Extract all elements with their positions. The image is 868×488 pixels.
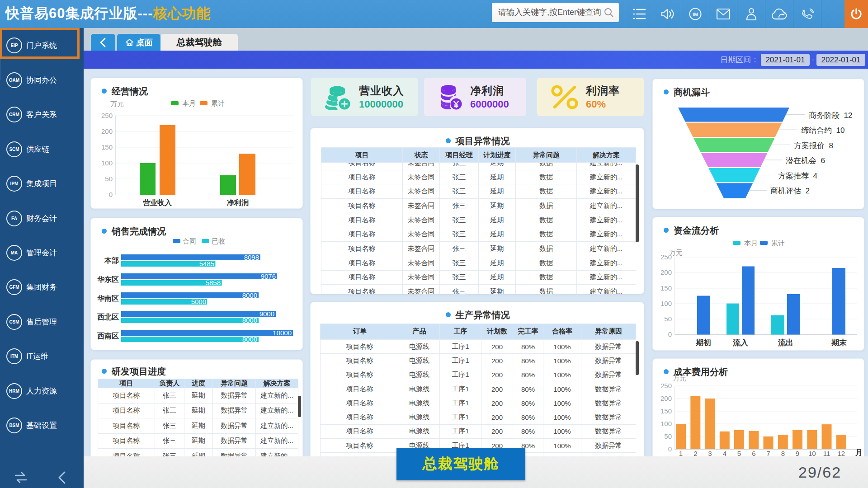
svg-text:5000: 5000 xyxy=(191,298,206,305)
svg-text:0: 0 xyxy=(668,445,672,453)
svg-text:IM: IM xyxy=(692,12,698,17)
svg-text:150: 150 xyxy=(660,284,672,292)
svg-text:营业收入: 营业收入 xyxy=(143,199,172,206)
svg-text:8000: 8000 xyxy=(242,316,257,324)
svg-text:200: 200 xyxy=(101,127,113,135)
svg-text:50: 50 xyxy=(664,315,672,323)
svg-text:50: 50 xyxy=(664,432,672,440)
svg-text:0: 0 xyxy=(109,191,113,198)
svg-text:200: 200 xyxy=(660,268,672,276)
svg-text:已收: 已收 xyxy=(212,237,225,245)
svg-text:100: 100 xyxy=(660,420,672,427)
svg-text:250: 250 xyxy=(660,253,672,261)
svg-text:本部: 本部 xyxy=(104,256,119,264)
svg-text:9000: 9000 xyxy=(259,310,274,318)
svg-text:商机评估 2: 商机评估 2 xyxy=(770,187,810,195)
svg-text:净利润: 净利润 xyxy=(227,199,249,206)
svg-text:华南区: 华南区 xyxy=(97,295,119,302)
svg-text:9076: 9076 xyxy=(261,272,276,280)
svg-text:200: 200 xyxy=(660,394,672,402)
svg-text:100: 100 xyxy=(660,300,672,307)
svg-text:10000: 10000 xyxy=(273,329,292,337)
svg-text:100: 100 xyxy=(101,159,113,167)
svg-text:西南区: 西南区 xyxy=(97,332,119,340)
svg-text:合同: 合同 xyxy=(183,237,196,245)
svg-text:流入: 流入 xyxy=(732,338,749,347)
svg-text:5485: 5485 xyxy=(199,260,214,267)
svg-text:月: 月 xyxy=(855,449,863,456)
svg-text:累计: 累计 xyxy=(771,239,785,247)
svg-text:5858: 5858 xyxy=(206,279,221,286)
svg-text:流出: 流出 xyxy=(778,338,793,347)
svg-text:方案推荐 4: 方案推荐 4 xyxy=(778,172,817,180)
svg-text:本月: 本月 xyxy=(744,239,758,247)
svg-text:期初: 期初 xyxy=(696,338,711,347)
svg-text:万元: 万元 xyxy=(110,100,124,108)
svg-text:潜在机会 6: 潜在机会 6 xyxy=(786,156,825,165)
svg-text:万元: 万元 xyxy=(673,374,686,382)
svg-text:华东区: 华东区 xyxy=(97,275,119,283)
svg-text:250: 250 xyxy=(660,382,672,389)
svg-text:8000: 8000 xyxy=(242,291,257,299)
svg-text:150: 150 xyxy=(101,143,113,151)
svg-text:缔结合约 10: 缔结合约 10 xyxy=(801,126,844,135)
svg-text:0: 0 xyxy=(668,330,672,338)
svg-text:50: 50 xyxy=(105,175,113,183)
svg-text:本月: 本月 xyxy=(182,99,196,107)
svg-text:西北区: 西北区 xyxy=(97,313,119,321)
svg-text:期末: 期末 xyxy=(831,338,847,347)
svg-text:8098: 8098 xyxy=(244,253,259,261)
svg-text:150: 150 xyxy=(660,407,672,415)
svg-text:累计: 累计 xyxy=(211,99,225,107)
svg-text:250: 250 xyxy=(101,112,113,119)
svg-text:8000: 8000 xyxy=(242,335,257,343)
svg-text:商务阶段 12: 商务阶段 12 xyxy=(809,111,852,120)
svg-text:方案报价 8: 方案报价 8 xyxy=(794,141,833,150)
